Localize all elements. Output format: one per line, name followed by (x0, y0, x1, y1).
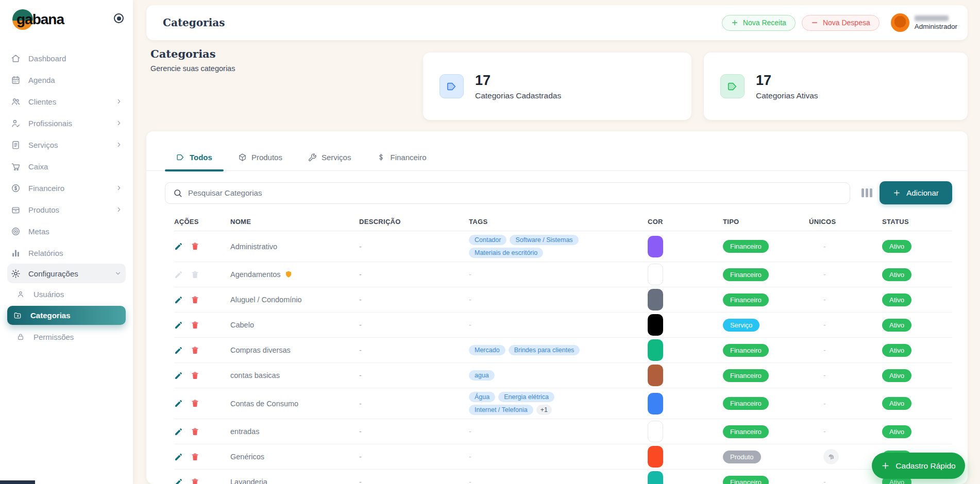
adicionar-button[interactable]: Adicionar (880, 181, 952, 204)
color-swatch (648, 236, 663, 257)
logo[interactable]: gabana (0, 0, 133, 40)
sidebar-item-dashboard[interactable]: Dashboard (0, 47, 133, 69)
folder-icon (12, 310, 23, 321)
sidebar-item-agenda[interactable]: Agenda (0, 69, 133, 91)
status-badge: Ativo (882, 344, 911, 357)
delete-icon[interactable] (191, 427, 199, 436)
nova-despesa-button[interactable]: Nova Despesa (802, 15, 880, 31)
sidebar-nav: Dashboard Agenda Clientes Profissionais … (0, 40, 133, 348)
table-row: Cabelo - - Serviço - Ativo (174, 313, 952, 338)
tag-pill: Brindes para clientes (509, 345, 580, 355)
sidebar-item-usuarios[interactable]: Usuários (0, 283, 133, 305)
color-swatch (648, 446, 663, 468)
sidebar-item-produtos[interactable]: Produtos (0, 199, 133, 220)
user-check-icon (10, 118, 21, 128)
edit-icon[interactable] (174, 346, 183, 355)
tipo-badge: Financeiro (723, 240, 769, 253)
package-icon (238, 153, 247, 162)
tag-pill: Internet / Telefonia (469, 405, 533, 415)
edit-icon[interactable] (174, 399, 183, 408)
status-badge: Ativo (882, 369, 911, 382)
color-swatch (648, 264, 663, 285)
home-icon (10, 53, 21, 63)
tipo-badge: Financeiro (723, 268, 769, 281)
page-header: Categorias Nova Receita Nova Despesa Adm… (146, 5, 968, 40)
edit-icon[interactable] (174, 478, 183, 484)
edit-icon[interactable] (174, 427, 183, 436)
delete-icon[interactable] (191, 296, 199, 304)
status-badge: Ativo (882, 425, 911, 438)
tipo-badge: Financeiro (723, 476, 769, 484)
sidebar-toggle-icon[interactable] (114, 13, 124, 23)
stat-value: 17 (475, 73, 561, 89)
columns-icon[interactable] (861, 188, 873, 197)
stat-card-ativas: 17 Categorias Ativas (704, 53, 968, 120)
table-row: Agendamentos - - Financeiro - Ativo (174, 262, 952, 287)
calendar-icon (10, 75, 21, 85)
lock-icon (15, 332, 26, 342)
user-menu[interactable]: Administrador (891, 13, 957, 32)
minus-icon (811, 19, 818, 26)
sidebar-item-metas[interactable]: Metas (0, 220, 133, 242)
color-swatch (648, 289, 663, 310)
delete-icon[interactable] (191, 399, 199, 408)
color-swatch (648, 365, 663, 386)
target-icon (10, 226, 21, 236)
tipo-badge: Serviço (723, 319, 759, 332)
search-input[interactable] (188, 188, 842, 197)
stat-label: Categorias Cadastradas (475, 91, 561, 100)
sidebar-item-relatorios[interactable]: Relatórios (0, 242, 133, 264)
delete-icon[interactable] (191, 346, 199, 355)
delete-icon[interactable] (191, 321, 199, 330)
cadastro-rapido-button[interactable]: Cadastro Rápido (872, 453, 965, 479)
sidebar-item-servicos[interactable]: Serviços (0, 134, 133, 155)
chevron-down-icon (114, 270, 122, 277)
tab-todos[interactable]: Todos (165, 149, 224, 170)
delete-icon[interactable] (191, 242, 199, 251)
nova-receita-button[interactable]: Nova Receita (722, 15, 796, 31)
tag-more-pill: +1 (536, 405, 552, 415)
status-badge: Ativo (882, 268, 911, 281)
clipboard-icon (10, 140, 21, 150)
dollar-icon (377, 153, 385, 162)
delete-icon[interactable] (191, 453, 199, 461)
edit-icon[interactable] (174, 296, 183, 304)
page-title: Categorias (163, 16, 225, 29)
gear-icon (10, 268, 21, 279)
edit-icon[interactable] (174, 242, 183, 251)
sidebar-item-categorias[interactable]: Categorias (7, 306, 126, 325)
sidebar-item-caixa[interactable]: Caixa (0, 155, 133, 177)
tipo-badge: Financeiro (723, 344, 769, 357)
delete-icon[interactable] (191, 371, 199, 380)
sidebar-item-profissionais[interactable]: Profissionais (0, 112, 133, 134)
col-cor: COR (648, 218, 723, 226)
col-acoes: AÇÕES (174, 218, 230, 226)
tab-servicos[interactable]: Serviços (297, 149, 363, 170)
tag-pill: Energia elétrica (498, 392, 554, 402)
chevron-right-icon (115, 184, 123, 192)
sidebar-item-permissoes[interactable]: Permissões (0, 326, 133, 348)
tab-produtos[interactable]: Produtos (227, 149, 294, 170)
status-badge: Ativo (882, 397, 911, 410)
tag-pill: Água (469, 392, 495, 402)
edit-icon[interactable] (174, 371, 183, 380)
user-name-blurred (915, 15, 949, 21)
stat-value: 17 (756, 73, 818, 89)
section-title: Categorias (150, 47, 235, 60)
sidebar-item-configuracoes[interactable]: Configurações (7, 264, 126, 283)
tag-pill: Software / Sistemas (510, 235, 578, 245)
delete-icon[interactable] (191, 478, 199, 484)
sidebar-item-clientes[interactable]: Clientes (0, 91, 133, 112)
tab-financeiro[interactable]: Financeiro (365, 149, 437, 170)
sidebar-item-financeiro[interactable]: Financeiro (0, 177, 133, 199)
table-toolbar: Adicionar (146, 171, 968, 204)
edit-icon[interactable] (174, 453, 183, 461)
bar-chart-icon (10, 248, 21, 258)
status-badge: Ativo (882, 240, 911, 253)
avatar (891, 13, 909, 32)
edit-icon[interactable] (174, 321, 183, 330)
categories-table: AÇÕES NOME DESCRIÇÃO TAGS COR TIPO ÚNICO… (146, 204, 968, 484)
tipo-badge: Produto (723, 451, 761, 463)
table-row: entradas - - Financeiro - Ativo (174, 419, 952, 444)
chevron-right-icon (115, 98, 123, 105)
